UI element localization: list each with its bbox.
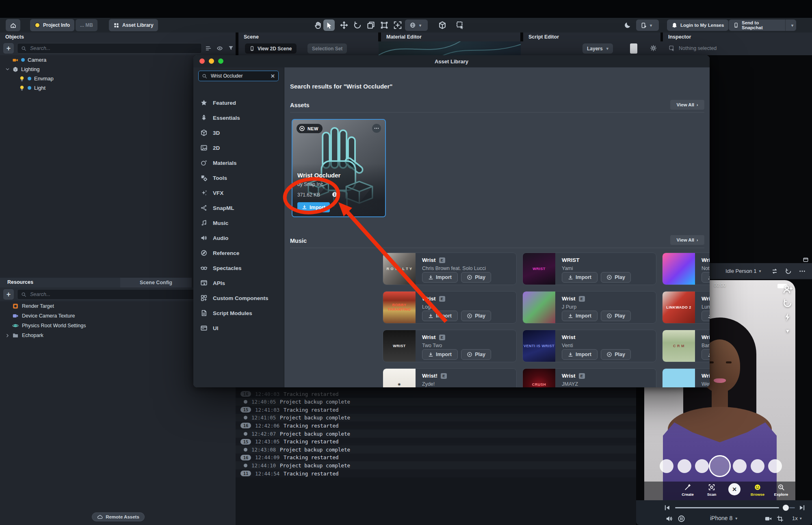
add-person-icon[interactable] bbox=[782, 284, 793, 295]
track-play-button[interactable]: Play bbox=[601, 349, 631, 360]
track-import-button[interactable]: Import bbox=[562, 311, 598, 321]
category-tools[interactable]: Tools bbox=[193, 171, 284, 185]
asset-library-button[interactable]: Asset Library bbox=[109, 19, 158, 31]
duplicate-tool-icon[interactable] bbox=[366, 21, 375, 30]
tab-create[interactable]: Create bbox=[679, 484, 697, 497]
asset-card-wrist-occluder[interactable]: NEW Wrist Occluder by Snap Inc. 371.62 K… bbox=[292, 119, 386, 217]
music-card-bars-up[interactable]: C R MWristEBars UpImportPlay bbox=[662, 330, 710, 362]
music-card-two-two[interactable]: WRISTWristETwo TwoImportPlay bbox=[383, 330, 517, 362]
tab-scene-config[interactable]: Scene Config bbox=[120, 278, 192, 287]
music-card-lunicy[interactable]: LINKWADO 2WristELunicyImportPlay bbox=[662, 291, 710, 324]
track-import-button[interactable]: Import bbox=[562, 272, 598, 283]
category-spectacles[interactable]: Spectacles bbox=[193, 261, 284, 275]
move-tool-icon[interactable] bbox=[340, 21, 349, 30]
objects-search-field[interactable] bbox=[17, 43, 202, 54]
dark-mode-moon-icon[interactable] bbox=[624, 21, 632, 29]
category-music[interactable]: Music bbox=[193, 216, 284, 230]
carousel-lens[interactable] bbox=[660, 459, 673, 473]
world-space-dropdown[interactable]: ▾ bbox=[405, 19, 428, 31]
track-play-button[interactable]: Play bbox=[461, 272, 491, 283]
track-import-button[interactable]: Import bbox=[702, 272, 710, 283]
tab-explore[interactable]: Explore bbox=[772, 484, 790, 497]
rotate-tool-icon[interactable] bbox=[353, 21, 362, 30]
music-card-notifi[interactable]: WristENotifiImportPlay bbox=[662, 253, 710, 285]
category-essentials[interactable]: Essentials bbox=[193, 111, 284, 125]
crop-icon[interactable] bbox=[777, 515, 784, 522]
music-card-j-purp[interactable]: WristEJ PurpImportPlay bbox=[522, 291, 656, 324]
music-card-weisser[interactable]: Wrist*EWeisserImportPlay bbox=[662, 368, 710, 387]
carousel-lens[interactable] bbox=[678, 459, 691, 473]
login-button[interactable]: Login to My Lenses bbox=[667, 19, 728, 31]
selection-set-button[interactable]: Selection Set bbox=[307, 43, 347, 54]
minimize-window-button[interactable] bbox=[209, 58, 214, 64]
list-view-icon[interactable] bbox=[205, 45, 212, 52]
category-audio[interactable]: Audio bbox=[193, 231, 284, 245]
track-import-button[interactable]: Import bbox=[422, 272, 458, 283]
close-window-button[interactable] bbox=[199, 58, 205, 64]
select-rect-icon[interactable] bbox=[456, 21, 465, 30]
playback-track[interactable] bbox=[675, 507, 779, 508]
flip-camera-icon[interactable] bbox=[782, 298, 793, 309]
swap-source-icon[interactable] bbox=[771, 268, 778, 275]
category-materials[interactable]: Materials bbox=[193, 156, 284, 170]
track-import-button[interactable]: Import bbox=[562, 349, 598, 360]
zoom-window-button[interactable] bbox=[218, 58, 223, 64]
library-search-field[interactable]: ✕ bbox=[198, 71, 279, 81]
track-import-button[interactable]: Import bbox=[422, 311, 458, 321]
view-2d-scene-button[interactable]: View 2D Scene bbox=[245, 43, 297, 54]
speaker-icon[interactable] bbox=[665, 515, 673, 523]
collapse-chevron-icon[interactable]: ▾ bbox=[782, 326, 793, 336]
playback-speed-dropdown[interactable]: 1x▾ bbox=[792, 515, 802, 521]
carousel-lens[interactable] bbox=[751, 459, 764, 473]
add-object-button[interactable]: + bbox=[3, 43, 14, 54]
cursor-tool-button[interactable] bbox=[323, 19, 335, 31]
info-icon[interactable] bbox=[331, 191, 338, 198]
music-card-logic[interactable]: BOBBY TARANTINOWristELogicImportPlay bbox=[383, 291, 517, 324]
package-lock-icon[interactable] bbox=[438, 21, 447, 30]
track-import-button[interactable]: Import bbox=[702, 349, 710, 360]
tab-browse[interactable]: Browse bbox=[749, 484, 767, 497]
music-card-jmayz[interactable]: CRUSHWristEJMAYZImportPlay bbox=[522, 368, 656, 387]
category-apis[interactable]: APIs bbox=[193, 276, 284, 290]
hand-tool-icon[interactable] bbox=[314, 21, 323, 30]
category-ui[interactable]: UI bbox=[193, 321, 284, 335]
detach-window-icon[interactable] bbox=[803, 257, 809, 263]
color-swatch[interactable] bbox=[630, 43, 637, 54]
playback-knob[interactable] bbox=[783, 505, 789, 511]
track-play-button[interactable]: Play bbox=[461, 311, 491, 321]
visibility-eye-icon[interactable] bbox=[217, 45, 223, 52]
home-button[interactable] bbox=[6, 19, 20, 31]
clear-search-icon[interactable]: ✕ bbox=[271, 73, 275, 79]
step-forward-icon[interactable] bbox=[799, 504, 806, 511]
music-card-chris-brown-feat-solo-lucci[interactable]: R O Y A L T YWristEChris Brown feat. Sol… bbox=[383, 253, 517, 285]
device-model-dropdown[interactable]: iPhone 8▾ bbox=[710, 515, 737, 521]
pause-icon[interactable] bbox=[678, 515, 685, 523]
category-vfx[interactable]: VFX bbox=[193, 186, 284, 200]
track-import-button[interactable]: Import bbox=[702, 311, 710, 321]
card-more-button[interactable] bbox=[372, 124, 381, 133]
gear-icon[interactable] bbox=[650, 44, 657, 52]
tab-resources[interactable]: Resources bbox=[7, 279, 33, 285]
carousel-selected-lens[interactable] bbox=[709, 455, 731, 477]
close-lens-button[interactable]: ✕ bbox=[728, 483, 741, 495]
snap-grid-tool-icon[interactable] bbox=[393, 21, 402, 30]
music-card-zyde-[interactable]: ✳Wrist!EZyde!ImportPlay bbox=[383, 368, 517, 387]
project-info-button[interactable]: Project Info bbox=[30, 19, 74, 31]
track-play-button[interactable]: Play bbox=[601, 272, 631, 283]
transform-tool-icon[interactable] bbox=[380, 21, 389, 30]
record-camera-icon[interactable] bbox=[764, 515, 772, 523]
send-options-chevron[interactable]: ▾ bbox=[788, 23, 796, 28]
filter-funnel-icon[interactable] bbox=[228, 45, 234, 51]
music-card-yami[interactable]: WRISTWRISTYamiImportPlay bbox=[522, 253, 656, 285]
carousel-lens[interactable] bbox=[768, 459, 782, 473]
preview-mode-dropdown[interactable]: Idle Person 1▾ bbox=[725, 268, 761, 274]
layers-dropdown[interactable]: Layers▾ bbox=[582, 43, 613, 54]
track-play-button[interactable]: Play bbox=[601, 311, 631, 321]
track-import-button[interactable]: Import bbox=[422, 349, 458, 360]
project-size-button[interactable]: ... MB bbox=[76, 19, 97, 31]
music-card-venti[interactable]: VENTI IS WRISTWristVentiImportPlay bbox=[522, 330, 656, 362]
import-asset-button[interactable]: Import bbox=[297, 202, 330, 212]
category-3d[interactable]: 3D bbox=[193, 126, 284, 140]
send-to-snapchat-button[interactable]: Send to Snapchat ▾ bbox=[729, 19, 796, 31]
category-2d[interactable]: 2D bbox=[193, 141, 284, 155]
